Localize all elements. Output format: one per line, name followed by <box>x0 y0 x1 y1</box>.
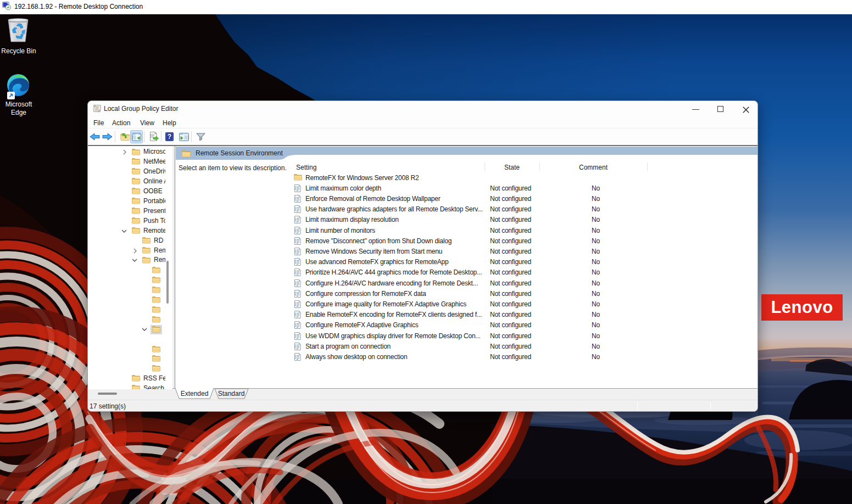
svg-text:Extended: Extended <box>181 390 209 397</box>
svg-text:Standard: Standard <box>218 390 245 397</box>
svg-text:?: ? <box>168 133 171 141</box>
